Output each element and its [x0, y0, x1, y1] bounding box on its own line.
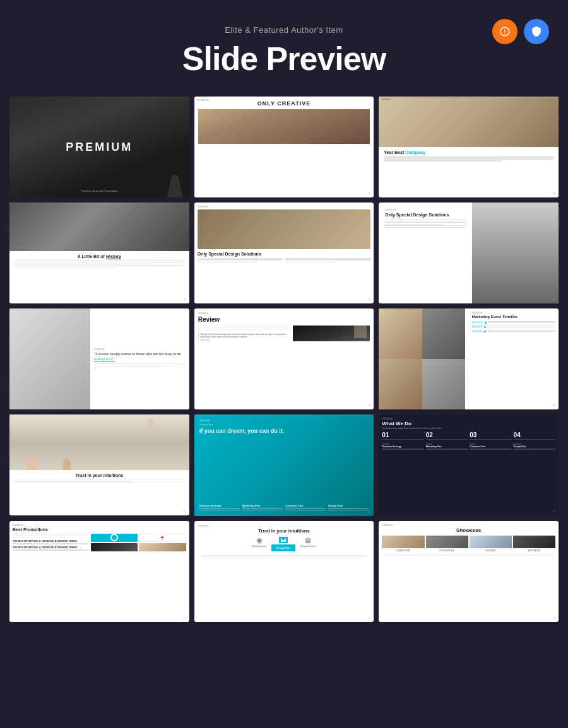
- slide9-dot2: [484, 326, 486, 328]
- slide12-num1-val: 01: [382, 432, 423, 438]
- slide6-brand: PREMIUM: [385, 209, 465, 211]
- slide-4-history[interactable]: A Little Bit of History 04: [9, 203, 189, 303]
- slide-7-quote[interactable]: PREMIUM "Success usually comes to those …: [9, 308, 189, 409]
- slide-5-solutions[interactable]: PREMIUM Only Special Design Solutions: [194, 203, 374, 303]
- s15l2: [383, 555, 554, 556]
- slide-3-year-best[interactable]: PREMIUM Year Best Company 03: [379, 97, 559, 197]
- slide11-col4: Design Plan: [328, 504, 369, 511]
- slide12-bcol3: Expert Customer Care: [470, 443, 511, 450]
- slide4-l4: [15, 265, 184, 266]
- s6l6: [385, 227, 465, 228]
- slide-12-what-we-do[interactable]: PREMIUM What We Do Tempusidun lorem impt…: [379, 414, 559, 515]
- slide6-page: 06: [553, 298, 555, 301]
- slide-8-review[interactable]: PREMIUM Review "Design is the fundamenta…: [194, 308, 374, 409]
- slide15-item4: APPLICATION: [513, 536, 555, 552]
- slide3-top-image: PREMIUM: [379, 97, 559, 147]
- slide12-num3-val: 03: [470, 432, 511, 438]
- slide13-grid: 🍷: [91, 534, 186, 552]
- slide12-title: What We Do: [382, 421, 555, 426]
- s6l4: [385, 224, 441, 225]
- slide-10-trust[interactable]: Trust in your intuitions 10: [9, 414, 189, 515]
- slide5-col1: [198, 258, 283, 262]
- slide2-team-photo: [198, 109, 370, 144]
- s12nl2: [426, 439, 468, 440]
- slide-1-premium[interactable]: PREMIUM Premium Corporate Presentation: [9, 97, 189, 197]
- slide2-page: 02: [368, 192, 370, 195]
- slide15-item1: LOREM IPSUM: [382, 536, 424, 552]
- slide4-l2: [15, 262, 184, 262]
- slide14-brand: PREMIUM: [198, 525, 370, 527]
- slide12-num3: 03: [470, 432, 511, 440]
- slide-2-creative[interactable]: PREMIUM ONLY CREATIVE 02: [194, 97, 374, 197]
- slide10-photo: [9, 414, 189, 470]
- s7l3: [94, 366, 167, 367]
- slide-13-promotions[interactable]: PREMIUM Best Promotions THE MULTIPURPOSE…: [9, 521, 189, 622]
- slide12-bcol1-val: Business Strategy: [382, 445, 423, 448]
- slide9-item3: Oct 26, 2017: [472, 330, 555, 332]
- slide13-cell-wine: 🍷: [139, 534, 186, 542]
- tll2: [488, 322, 555, 323]
- slide11-content: PREMIUM Featured Item If you can dream, …: [199, 420, 369, 510]
- slide15-page: 15: [553, 617, 555, 619]
- s5l2: [198, 259, 283, 260]
- s13il4: [13, 550, 89, 551]
- slide12-num1: 01: [382, 432, 423, 440]
- slide5-brand: PREMIUM: [198, 206, 371, 208]
- slide9-date3: Oct 26, 2017: [472, 330, 483, 332]
- slide11-featured: Featured Item: [199, 423, 369, 426]
- slide12-num4-val: 04: [514, 432, 555, 438]
- header-subtitle: Elite & Featured Author's Item: [13, 25, 555, 35]
- slide5-col1-lines: [198, 258, 283, 262]
- slide14-icon3-label: Strategy Research: [300, 545, 316, 548]
- slide-6-solutions-alt[interactable]: PREMIUM Only Special Design Solutions 06: [379, 203, 559, 303]
- slide12-bcol1-lbl: Protector: [382, 443, 423, 445]
- slide15-item3: DESIGNER: [470, 536, 512, 552]
- slide13-cols: THE MULTIPURPOSE & CREATIVE BUSINESS THE…: [13, 534, 186, 552]
- slide9-lines3: [487, 330, 555, 332]
- slide15-photo3: [470, 536, 512, 548]
- slide11-col4-l1: [328, 508, 369, 509]
- slide15-label3: DESIGNER: [470, 549, 512, 552]
- slide10-page: 10: [184, 510, 186, 513]
- slide-11-dream[interactable]: PREMIUM Featured Item If you can dream, …: [194, 414, 374, 515]
- slide3-line3: [384, 160, 502, 161]
- slide10-bottom: Trust in your intuitions: [9, 470, 189, 488]
- slide8-quote: "Design is the fundamental soul of a man…: [198, 333, 290, 338]
- s6l5: [385, 225, 465, 226]
- s13il2: [13, 544, 89, 544]
- slide11-col3-l1: [285, 508, 326, 509]
- slide4-title: A Little Bit of History: [15, 254, 184, 259]
- slide7-brand: PREMIUM: [94, 348, 186, 351]
- slide9-content: PREMIUM Marketing Event Timeline Aug 01,…: [469, 308, 559, 409]
- slide3-title: Year Best Company: [384, 150, 553, 155]
- slide9-brand: PREMIUM: [472, 312, 555, 314]
- s6l2: [385, 221, 465, 221]
- slide14-icon1: Marketing Target: [252, 537, 266, 553]
- s15l1: [383, 554, 554, 555]
- slide11-col3-l2: [285, 510, 326, 510]
- slide11-cols: Business Strategy Marketing Plan Custome…: [199, 504, 369, 511]
- s12bcl8: [514, 449, 555, 450]
- slide-15-showcase[interactable]: PREMIUM Showcase LOREM IPSUM KITCHEN WOR…: [379, 521, 559, 622]
- slide11-col1-l2: [199, 510, 240, 510]
- slide14-icon1-label: Marketing Target: [252, 545, 266, 548]
- s7l2: [94, 365, 186, 365]
- tll6: [487, 331, 555, 332]
- slide14-icon3: Strategy Research: [300, 537, 316, 553]
- s8l4: [198, 331, 263, 331]
- slide-14-trust-icons[interactable]: PREMIUM Trust in your intuitions Marketi…: [194, 521, 374, 622]
- slide11-page: 11: [368, 511, 370, 514]
- top-icons: [492, 19, 549, 44]
- s14l2: [201, 556, 367, 557]
- s12nl4: [514, 439, 555, 440]
- slide15-item2: KITCHEN WORK: [426, 536, 468, 552]
- slide4-bottom: A Little Bit of History: [9, 251, 189, 271]
- slide2-brand: PREMIUM: [197, 98, 209, 102]
- slide12-page: 12: [553, 510, 555, 513]
- s13l2: [13, 535, 89, 536]
- slide14-strategy-icon: [304, 537, 312, 544]
- slide-9-timeline[interactable]: PREMIUM Marketing Event Timeline Aug 01,…: [379, 308, 559, 409]
- slide8-photo: [293, 326, 370, 341]
- s10l2: [15, 481, 184, 482]
- s5l4: [198, 262, 257, 262]
